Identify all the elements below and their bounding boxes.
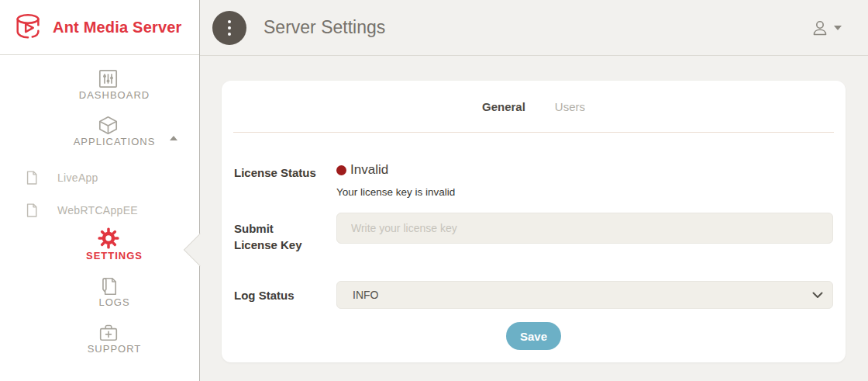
- status-dot-icon: [336, 165, 346, 175]
- save-row: Save: [234, 322, 833, 350]
- main-area: Server Settings General Users License St…: [200, 0, 868, 381]
- log-status-select[interactable]: INFO: [336, 281, 833, 309]
- file-icon: [20, 170, 43, 185]
- sidebar-nav: DASHBOARD APPLICATIONS LiveApp: [0, 55, 199, 369]
- save-button[interactable]: Save: [506, 322, 561, 350]
- ant-media-logo-icon: [12, 12, 45, 43]
- applications-icon: [97, 115, 120, 136]
- sidebar-item-label: LOGS: [98, 296, 129, 308]
- dashboard-icon: [97, 68, 120, 89]
- sidebar-item-label: SUPPORT: [88, 343, 142, 355]
- log-status-label: Log Status: [234, 287, 336, 303]
- settings-card: General Users License Status Invalid You…: [222, 81, 846, 362]
- license-status-label: License Status: [234, 162, 336, 181]
- sidebar-item-liveapp[interactable]: LiveApp: [0, 161, 199, 194]
- sidebar-item-webrtcappee[interactable]: WebRTCAppEE: [0, 194, 199, 227]
- sidebar-item-label: SETTINGS: [86, 250, 143, 262]
- sidebar-item-logs[interactable]: LOGS: [0, 276, 199, 323]
- general-settings-form: License Status Invalid Your license key …: [222, 133, 846, 350]
- kebab-menu-icon[interactable]: [212, 11, 246, 45]
- content-area: General Users License Status Invalid You…: [200, 56, 868, 381]
- sidebar-item-support[interactable]: SUPPORT: [0, 323, 199, 369]
- sidebar: Ant Media Server DASHBOARD: [0, 0, 200, 381]
- sidebar-item-label: APPLICATIONS: [74, 136, 156, 147]
- tab-bar: General Users: [222, 81, 846, 132]
- sidebar-item-settings[interactable]: SETTINGS: [0, 227, 199, 276]
- logs-icon: [97, 276, 120, 296]
- gear-icon: [97, 227, 120, 250]
- sidebar-item-label: DASHBOARD: [79, 89, 150, 101]
- license-status-description: Your license key is invalid: [336, 186, 833, 198]
- sidebar-item-dashboard[interactable]: DASHBOARD: [0, 68, 199, 115]
- sidebar-item-applications[interactable]: APPLICATIONS: [0, 115, 199, 161]
- license-key-label: Submit License Key: [234, 213, 305, 253]
- license-key-input[interactable]: [336, 213, 833, 244]
- brand[interactable]: Ant Media Server: [0, 0, 199, 55]
- tab-general[interactable]: General: [482, 100, 525, 113]
- topbar: Server Settings: [200, 0, 868, 56]
- user-menu[interactable]: [811, 19, 842, 37]
- license-status-text: Invalid: [350, 162, 388, 178]
- brand-name: Ant Media Server: [53, 19, 182, 36]
- sidebar-item-label: LiveApp: [57, 171, 98, 184]
- support-icon: [97, 323, 120, 343]
- license-status-value: Invalid Your license key is invalid: [336, 162, 833, 198]
- file-icon: [20, 203, 43, 218]
- collapse-caret-icon[interactable]: [170, 136, 177, 140]
- user-icon: [811, 19, 829, 37]
- chevron-down-icon: [834, 26, 842, 30]
- license-key-row: Submit License Key: [234, 213, 833, 253]
- tab-users[interactable]: Users: [555, 100, 585, 113]
- license-status-row: License Status Invalid Your license key …: [234, 162, 833, 198]
- page-title: Server Settings: [264, 17, 385, 38]
- log-status-row: Log Status INFO: [234, 281, 833, 309]
- sidebar-item-label: WebRTCAppEE: [57, 204, 138, 216]
